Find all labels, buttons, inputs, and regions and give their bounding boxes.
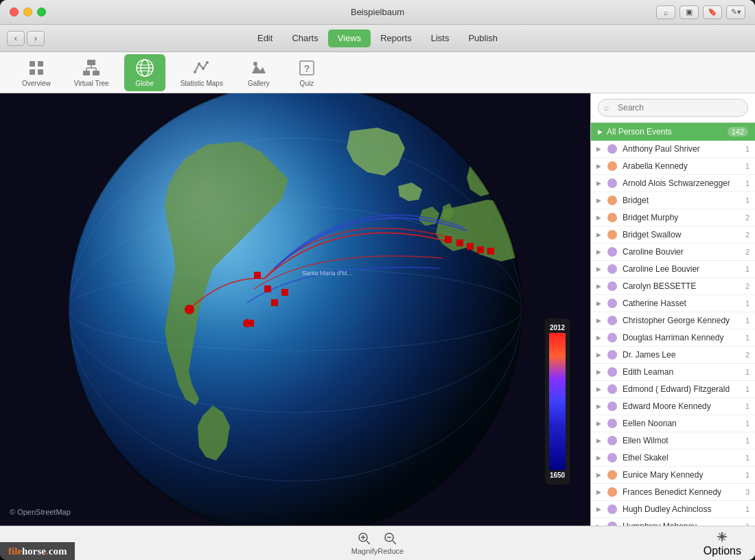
window-title: Beispielbaum	[351, 7, 404, 17]
options-label: Options	[704, 545, 741, 557]
iconbar-gallery[interactable]: Gallery	[238, 54, 279, 91]
all-events-header[interactable]: ▶ All Person Events 142	[591, 123, 755, 141]
person-count: 1	[740, 368, 750, 376]
person-name: Edward Moore Kennedy	[623, 401, 740, 411]
person-list-item[interactable]: ▶ Bridget Murphy 2	[591, 209, 755, 226]
svg-point-49	[720, 535, 724, 539]
expand-arrow: ▶	[596, 351, 605, 358]
person-list-item[interactable]: ▶ Anthony Paul Shriver 1	[591, 141, 755, 158]
menu-views[interactable]: Views	[328, 30, 371, 47]
person-count: 1	[740, 316, 750, 325]
options-button[interactable]: Options	[704, 530, 741, 557]
globe-icon	[135, 58, 154, 78]
svg-rect-5	[83, 71, 90, 75]
search-icon[interactable]: ⌕	[656, 5, 675, 19]
person-list-item[interactable]: ▶ Humphrey Mahoney 1	[591, 518, 755, 526]
iconbar-globe[interactable]: Globe	[124, 54, 165, 91]
person-list-item[interactable]: ▶ Bridget Swallow 2	[591, 226, 755, 244]
bookmark-icon[interactable]: 🔖	[703, 5, 722, 19]
person-count: 2	[740, 351, 750, 359]
person-list-item[interactable]: ▶ Eellen Noonan 1	[591, 415, 755, 432]
expand-arrow: ▶	[596, 403, 605, 410]
svg-point-18	[253, 62, 257, 66]
svg-rect-31	[281, 289, 288, 296]
person-dot	[607, 384, 617, 394]
person-list-item[interactable]: ▶ Ellen Wilmot 1	[591, 432, 755, 450]
person-list-item[interactable]: ▶ Ethel Skakel 1	[591, 450, 755, 467]
menu-charts[interactable]: Charts	[282, 30, 327, 47]
maximize-button[interactable]	[37, 8, 46, 16]
person-list[interactable]: ▶ Anthony Paul Shriver 1 ▶ Arabella Kenn…	[591, 141, 755, 526]
svg-point-17	[206, 61, 209, 64]
person-count: 1	[740, 385, 750, 393]
person-dot	[607, 230, 617, 240]
expand-arrow: ▶	[596, 283, 605, 290]
settings-icon[interactable]: ✎▾	[726, 5, 745, 19]
person-name: Douglas Harriman Kennedy	[623, 333, 740, 342]
person-list-item[interactable]: ▶ Frances Benedict Kennedy 3	[591, 484, 755, 501]
person-list-item[interactable]: ▶ Carolyn BESSETTE 2	[591, 278, 755, 295]
person-name: Ellen Wilmot	[623, 436, 740, 445]
iconbar-overview[interactable]: Overview	[14, 54, 59, 91]
svg-rect-39	[477, 246, 484, 253]
person-list-item[interactable]: ▶ Eunice Mary Kennedy 1	[591, 467, 755, 484]
menu-reports[interactable]: Reports	[371, 30, 421, 47]
timeline-year-bottom: 1650	[550, 471, 565, 479]
person-list-item[interactable]: ▶ Bridget 1	[591, 192, 755, 209]
svg-rect-37	[456, 240, 463, 246]
reduce-label: Reduce	[378, 547, 404, 555]
person-dot	[607, 333, 617, 342]
person-name: Caroline Bouvier	[623, 247, 740, 257]
expand-arrow: ▶	[596, 437, 605, 444]
person-list-item[interactable]: ▶ Catherine Hasset 1	[591, 295, 755, 312]
search-input[interactable]	[598, 99, 748, 117]
menu-lists[interactable]: Lists	[421, 30, 459, 47]
svg-rect-38	[467, 243, 474, 250]
person-count: 2	[740, 248, 750, 256]
back-button[interactable]: ‹	[7, 31, 25, 46]
person-count: 2	[740, 282, 750, 290]
person-list-item[interactable]: ▶ Caroline Lee Bouvier 1	[591, 261, 755, 278]
iconbar-statistic-maps[interactable]: Statistic Maps	[172, 54, 231, 91]
person-list-item[interactable]: ▶ Dr. James Lee 2	[591, 347, 755, 364]
svg-point-34	[185, 305, 194, 314]
globe-area[interactable]: Santa Maria d'M... 2012 1650 © OpenStree…	[0, 93, 590, 526]
person-list-item[interactable]: ▶ Douglas Harriman Kennedy 1	[591, 329, 755, 347]
filehorse-watermark: filehorse.com	[0, 542, 75, 560]
app-window: Beispielbaum ⌕ ▣ 🔖 ✎▾ ‹ › Edit Charts Vi…	[0, 0, 755, 560]
nav-buttons: ‹ ›	[7, 31, 45, 46]
menu-edit[interactable]: Edit	[248, 30, 282, 47]
minimize-button[interactable]	[23, 8, 32, 16]
magnify-button[interactable]: Magnify	[351, 532, 378, 555]
person-list-item[interactable]: ▶ Edmond ( Edward) Fitzgerald 1	[591, 381, 755, 398]
person-list-item[interactable]: ▶ Arabella Kennedy 1	[591, 158, 755, 175]
close-button[interactable]	[10, 8, 19, 16]
svg-rect-0	[30, 61, 35, 67]
person-count: 1	[740, 419, 750, 428]
person-name: Christopher George Kennedy	[623, 316, 740, 325]
expand-arrow: ▶	[596, 369, 605, 375]
view-toggle-icon[interactable]: ▣	[680, 5, 699, 19]
person-count: 1	[740, 505, 750, 513]
svg-line-47	[393, 541, 396, 544]
person-dot	[607, 367, 617, 377]
person-list-item[interactable]: ▶ Hugh Dudley Achincloss 1	[591, 501, 755, 518]
person-list-item[interactable]: ▶ Christopher George Kennedy 1	[591, 312, 755, 329]
person-list-item[interactable]: ▶ Edward Moore Kennedy 1	[591, 398, 755, 415]
reduce-button[interactable]: Reduce	[378, 532, 404, 555]
forward-button[interactable]: ›	[27, 31, 45, 46]
openstreetmap-watermark: © OpenStreetMap	[10, 508, 71, 516]
expand-arrow: ▶	[596, 163, 605, 170]
iconbar-virtual-tree[interactable]: Virtual Tree	[66, 54, 117, 91]
person-name: Arnold Alois Schwarzenegger	[623, 178, 740, 188]
person-list-item[interactable]: ▶ Caroline Bouvier 2	[591, 244, 755, 261]
expand-arrow: ▶	[596, 471, 605, 478]
bottom-bar: Magnify Reduce Options	[0, 526, 755, 560]
person-list-item[interactable]: ▶ Edith Leaman 1	[591, 364, 755, 381]
person-list-item[interactable]: ▶ Arnold Alois Schwarzenegger 1	[591, 175, 755, 192]
sidebar: ⌕ ▶ All Person Events 142 ▶ Anthony Paul…	[590, 93, 755, 526]
person-count: 1	[740, 334, 750, 342]
iconbar-quiz[interactable]: ? Quiz	[286, 54, 327, 91]
menu-publish[interactable]: Publish	[458, 30, 507, 47]
person-dot	[607, 144, 617, 154]
